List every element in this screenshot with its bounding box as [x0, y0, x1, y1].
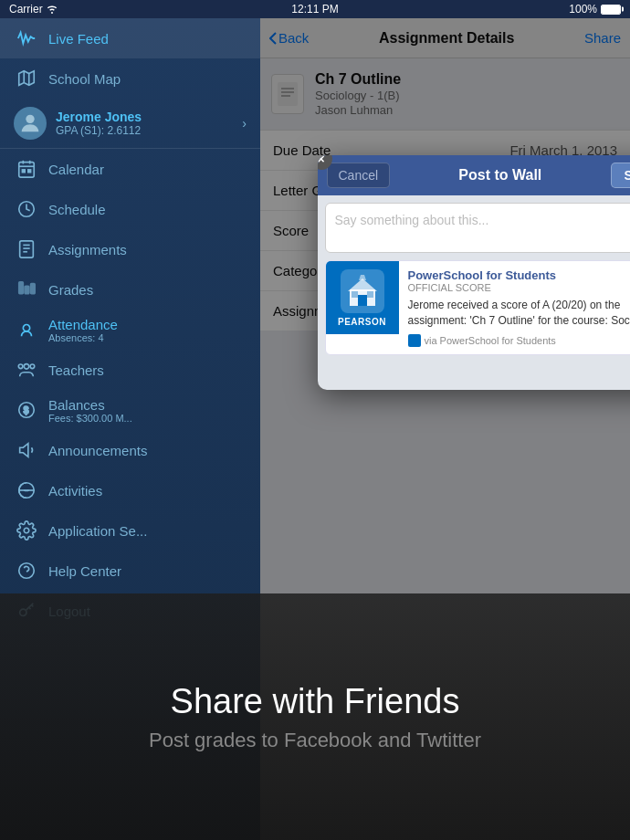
teachers-label: Teachers [48, 362, 104, 378]
announcements-label: Announcements [48, 443, 147, 458]
app-settings-label: Application Se... [48, 523, 147, 539]
balances-label: Balances [48, 397, 247, 413]
svg-rect-36 [358, 295, 367, 306]
card-message: Jerome received a score of A (20/20) on … [408, 298, 631, 329]
svg-point-3 [26, 115, 34, 123]
waveform-icon [14, 26, 39, 51]
status-bar: Carrier 12:11 PM 100% [0, 0, 630, 18]
balances-info: Balances Fees: $300.00 M... [48, 397, 247, 424]
svg-marker-39 [359, 275, 366, 280]
teachers-icon [14, 357, 39, 383]
card-app-name: PowerSchool for Students [408, 268, 631, 282]
promo-title: Share with Friends [171, 682, 460, 721]
modal-placeholder: Say something about this... [335, 213, 631, 227]
pearson-logo: PEARSON [326, 261, 399, 334]
user-gpa: GPA (S1): 2.6112 [56, 124, 238, 137]
promo-subtitle: Post grades to Facebook and Twtitter [149, 729, 481, 752]
sidebar-item-help-center[interactable]: Help Center [0, 551, 260, 591]
user-name: Jerome Jones [56, 110, 238, 124]
calendar-label: Calendar [48, 162, 104, 177]
card-official-score: OFFICIAL SCORE [408, 282, 631, 293]
svg-rect-15 [19, 282, 24, 294]
modal-title: Post to Wall [390, 167, 610, 184]
svg-point-19 [24, 364, 29, 370]
svg-rect-16 [25, 286, 29, 293]
modal-header: Cancel Post to Wall Share [318, 155, 631, 195]
dollar-icon: $ [14, 397, 39, 423]
grades-icon [14, 277, 39, 302]
svg-rect-9 [28, 170, 31, 173]
sidebar-item-application-settings[interactable]: Application Se... [0, 510, 260, 551]
help-center-label: Help Center [48, 563, 121, 579]
map-icon [14, 66, 39, 91]
attendance-absences: Absences: 4 [48, 332, 247, 343]
avatar [14, 107, 47, 140]
svg-rect-37 [352, 291, 358, 298]
sidebar-item-grades[interactable]: Grades [0, 269, 260, 310]
user-info: Jerome Jones GPA (S1): 2.6112 [56, 110, 238, 137]
sidebar-item-assignments[interactable]: Assignments [0, 229, 260, 269]
battery-icon [601, 5, 621, 15]
school-building-icon [341, 269, 384, 313]
balances-subtitle: Fees: $300.00 M... [48, 413, 247, 424]
card-via-text: via PowerSchool for Students [425, 335, 556, 346]
modal-text-input[interactable]: Say something about this... [325, 203, 631, 253]
svg-text:$: $ [24, 405, 29, 415]
modal-cancel-button[interactable]: Cancel [327, 163, 391, 188]
sidebar-item-attendance[interactable]: Attendance Absences: 4 [0, 310, 260, 350]
assignments-label: Assignments [48, 242, 127, 257]
modal-share-card: PEARSON PowerSchool for Students OFFICIA… [325, 260, 631, 355]
assignments-icon [14, 236, 39, 262]
activities-label: Activities [48, 483, 102, 499]
sidebar-item-schedule[interactable]: Schedule [0, 189, 260, 229]
promo-section: Share with Friends Post grades to Facebo… [0, 593, 630, 840]
svg-rect-8 [22, 170, 25, 173]
wifi-icon [47, 4, 58, 15]
svg-point-27 [19, 563, 35, 579]
audience-selector-row [318, 362, 631, 390]
svg-point-20 [30, 364, 35, 369]
help-icon [14, 558, 39, 583]
sidebar-item-balances[interactable]: $ Balances Fees: $300.00 M... [0, 390, 260, 430]
svg-rect-17 [31, 284, 36, 294]
live-feed-label: Live Feed [48, 31, 109, 47]
gear-icon [14, 518, 39, 543]
svg-rect-38 [367, 291, 373, 298]
carrier-text: Carrier [9, 3, 43, 16]
sidebar-item-teachers[interactable]: Teachers [0, 350, 260, 390]
grades-label: Grades [48, 282, 93, 298]
card-body: PowerSchool for Students OFFICIAL SCORE … [399, 261, 631, 354]
card-via-row: via PowerSchool for Students [408, 334, 631, 347]
user-profile-row[interactable]: Jerome Jones GPA (S1): 2.6112 › [0, 99, 260, 149]
chevron-right-icon: › [242, 116, 247, 131]
attendance-info: Attendance Absences: 4 [48, 317, 247, 343]
svg-marker-35 [348, 278, 377, 291]
attendance-label: Attendance [48, 317, 247, 332]
svg-point-21 [18, 364, 23, 369]
attendance-icon [14, 317, 39, 342]
modal-share-button[interactable]: Share [611, 163, 630, 188]
battery-info: 100% [569, 3, 621, 16]
svg-point-18 [23, 325, 29, 331]
via-icon [408, 334, 421, 347]
schedule-label: Schedule [48, 202, 106, 217]
svg-marker-0 [19, 71, 35, 86]
post-to-wall-modal: × Cancel Post to Wall Share Say somethin… [318, 155, 631, 390]
svg-rect-4 [19, 163, 35, 178]
pearson-text: PEARSON [338, 317, 386, 327]
battery-percent: 100% [569, 3, 597, 16]
sidebar-item-announcements[interactable]: Announcements [0, 430, 260, 470]
sidebar-item-calendar[interactable]: Calendar [0, 149, 260, 189]
school-map-label: School Map [48, 71, 121, 87]
clock-icon [14, 196, 39, 222]
calendar-icon [14, 156, 39, 182]
svg-point-26 [24, 528, 29, 533]
sidebar-item-activities[interactable]: Activities [0, 470, 260, 510]
sidebar-item-live-feed[interactable]: Live Feed [0, 18, 260, 58]
time-display: 12:11 PM [291, 3, 338, 16]
megaphone-icon [14, 437, 39, 463]
carrier-info: Carrier [9, 3, 58, 16]
globe-icon [14, 478, 39, 503]
sidebar-item-school-map[interactable]: School Map [0, 58, 260, 99]
svg-rect-11 [20, 241, 34, 257]
